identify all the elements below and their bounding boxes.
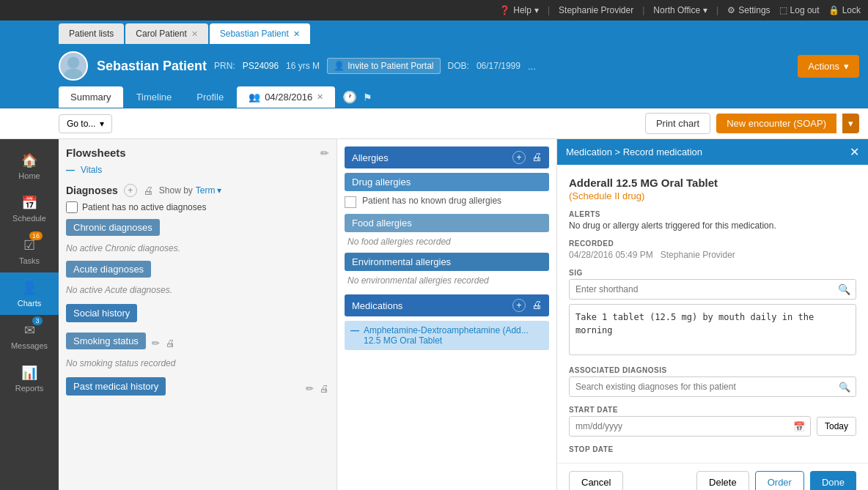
past-med-edit-icon[interactable]: ✏ <box>306 383 314 394</box>
tab-bar: Patient lists Carol Patient ✕ Sebastian … <box>0 21 868 47</box>
logout-link[interactable]: ⬚ Log out <box>779 5 820 15</box>
medication-item[interactable]: — Amphetamine-Dextroamphetamine (Add... … <box>345 321 549 350</box>
drug-allergy-checkbox[interactable] <box>345 196 356 208</box>
actions-button[interactable]: Actions ▾ <box>798 55 859 78</box>
tab-timeline[interactable]: Timeline <box>125 86 184 108</box>
goto-button[interactable]: Go to... ▾ <box>59 114 112 133</box>
medications-add-icon[interactable]: + <box>512 299 526 312</box>
diagnoses-print-icon[interactable]: 🖨 <box>143 185 153 196</box>
flowsheets-title: Flowsheets <box>66 146 126 159</box>
acute-diagnoses-title: Acute diagnoses <box>66 261 151 278</box>
tab-carol-patient[interactable]: Carol Patient ✕ <box>125 23 207 44</box>
invite-portal-button[interactable]: 👤 Invite to Patient Portal <box>327 58 440 74</box>
done-button[interactable]: Done <box>810 471 856 490</box>
office-name: North Office <box>653 5 700 15</box>
new-encounter-dropdown-button[interactable]: ▾ <box>842 114 859 133</box>
stop-date-label: STOP DATE <box>569 445 856 453</box>
sidebar: 🏠 Home 📅 Schedule ☑ 16 Tasks 👤 Charts ✉ … <box>0 139 59 490</box>
tab-summary[interactable]: Summary <box>59 86 123 108</box>
new-encounter-button[interactable]: New encounter (SOAP) <box>716 114 836 133</box>
tab-date[interactable]: 👥 04/28/2016 ✕ <box>237 86 335 108</box>
actions-chevron-icon: ▾ <box>844 61 849 72</box>
no-diagnoses-checkbox[interactable] <box>66 201 78 213</box>
diag-search-container: 🔍 <box>569 376 856 397</box>
medication-footer: Cancel Delete Order Done <box>557 463 868 490</box>
right-action-buttons: Delete Order Done <box>696 471 856 490</box>
past-medical-title: Past medical history <box>66 377 166 396</box>
sidebar-item-reports[interactable]: 📊 Reports <box>0 357 59 400</box>
medication-record-close[interactable]: ✕ <box>850 145 859 159</box>
sidebar-label-home: Home <box>18 171 40 180</box>
medication-detail: Adderall 12.5 MG Oral Tablet (Schedule I… <box>557 165 868 463</box>
recorded-label: RECORDED <box>569 240 856 248</box>
close-date-tab[interactable]: ✕ <box>317 92 323 102</box>
patient-prn: PRN: PS24096 <box>214 61 279 71</box>
med-dash: — <box>350 325 359 335</box>
sidebar-label-messages: Messages <box>11 341 48 350</box>
action-right: Print chart New encounter (SOAP) ▾ <box>645 113 859 134</box>
sub-nav: Summary Timeline Profile 👥 04/28/2016 ✕ … <box>0 86 868 108</box>
allergies-add-icon[interactable]: + <box>512 151 526 164</box>
help-link[interactable]: ❓ Help ▾ <box>499 5 539 15</box>
past-med-print-icon[interactable]: 🖨 <box>320 383 329 394</box>
flowsheets-edit-icon[interactable]: ✏ <box>320 147 329 159</box>
term-dropdown[interactable]: Term ▾ <box>196 185 221 196</box>
start-date-input[interactable] <box>569 416 811 437</box>
start-date-label: START DATE <box>569 406 856 414</box>
today-button[interactable]: Today <box>817 417 856 436</box>
settings-link[interactable]: ⚙ Settings <box>727 5 770 15</box>
top-bar: ❓ Help ▾ | Stephanie Provider | North Of… <box>0 0 868 21</box>
start-date-calendar-icon[interactable]: 📅 <box>793 421 805 432</box>
lock-icon: 🔒 <box>828 5 839 15</box>
vitals-item[interactable]: — Vitals <box>66 165 329 175</box>
charts-icon: 👤 <box>21 280 37 296</box>
diagnoses-header: Diagnoses + 🖨 Show by Term ▾ <box>66 184 329 197</box>
assoc-diag-label: ASSOCIATED DIAGNOSIS <box>569 366 856 374</box>
order-button[interactable]: Order <box>755 471 804 490</box>
flowsheets-header: Flowsheets ✏ <box>66 146 329 159</box>
clock-icon: 🕐 <box>342 90 357 104</box>
messages-icon: ✉ <box>24 323 35 338</box>
tab-patient-lists[interactable]: Patient lists <box>59 23 124 44</box>
diag-search-icon: 🔍 <box>839 382 850 393</box>
right-panel: Medication > Record medication ✕ Adderal… <box>557 139 868 490</box>
close-sebastian-tab[interactable]: ✕ <box>293 29 300 39</box>
sidebar-label-schedule: Schedule <box>12 214 46 223</box>
left-panel: Flowsheets ✏ — Vitals Diagnoses + 🖨 Show… <box>59 139 337 490</box>
associated-diagnosis-section: ASSOCIATED DIAGNOSIS 🔍 <box>569 366 856 397</box>
office-selector[interactable]: North Office ▾ <box>653 5 707 15</box>
tab-profile[interactable]: Profile <box>185 86 235 108</box>
lock-link[interactable]: 🔒 Lock <box>828 5 861 15</box>
sidebar-item-tasks[interactable]: ☑ 16 Tasks <box>0 230 59 272</box>
sidebar-item-home[interactable]: 🏠 Home <box>0 145 59 188</box>
recorded-section: RECORDED 04/28/2016 05:49 PM Stephanie P… <box>569 240 856 260</box>
no-food-allergies: No food allergies recorded <box>347 237 549 247</box>
diagnosis-search-input[interactable] <box>569 376 856 397</box>
tab-sebastian-patient[interactable]: Sebastian Patient ✕ <box>210 23 310 44</box>
question-icon: ❓ <box>499 5 510 15</box>
sidebar-item-schedule[interactable]: 📅 Schedule <box>0 188 59 230</box>
more-options[interactable]: ... <box>528 61 536 72</box>
sig-shorthand-input[interactable] <box>569 279 856 300</box>
allergies-print-icon[interactable]: 🖨 <box>532 151 542 164</box>
no-env-allergies: No environmental allergies recorded <box>347 275 549 286</box>
smoking-status-title: Smoking status <box>66 333 146 349</box>
smoking-edit-icon[interactable]: ✏ <box>152 338 160 349</box>
sidebar-item-messages[interactable]: ✉ 3 Messages <box>0 315 59 357</box>
medications-print-icon[interactable]: 🖨 <box>532 299 542 312</box>
avatar <box>59 51 88 81</box>
sig-section: SIG 🔍 Take 1 tablet (12.5 mg) by mouth d… <box>569 269 856 357</box>
sig-textarea[interactable]: Take 1 tablet (12.5 mg) by mouth daily i… <box>569 304 856 355</box>
cancel-button[interactable]: Cancel <box>569 471 623 490</box>
home-icon: 🏠 <box>21 152 37 168</box>
print-chart-button[interactable]: Print chart <box>645 113 710 134</box>
close-carol-tab[interactable]: ✕ <box>191 29 198 39</box>
diagnoses-add-icon[interactable]: + <box>124 184 137 197</box>
sidebar-item-charts[interactable]: 👤 Charts <box>0 272 59 315</box>
start-date-section: START DATE 📅 Today <box>569 406 856 437</box>
delete-button[interactable]: Delete <box>696 471 749 490</box>
no-acute-text: No active Acute diagnoses. <box>66 285 329 295</box>
start-date-row: 📅 Today <box>569 416 856 437</box>
smoking-print-icon[interactable]: 🖨 <box>166 338 175 349</box>
middle-panel: Allergies + 🖨 Drug allergies Patient has… <box>337 139 557 490</box>
